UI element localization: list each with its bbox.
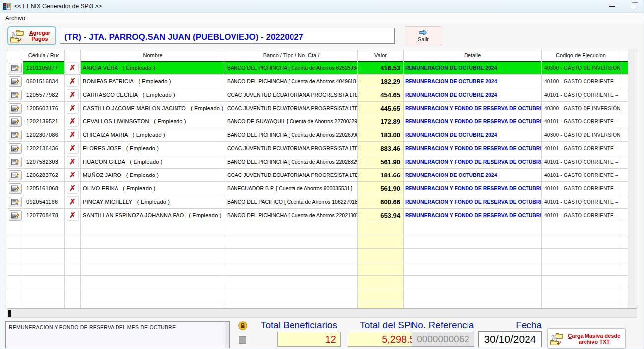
table-row-empty[interactable] xyxy=(7,262,637,276)
table-row[interactable]: 1207708478✗SANTILLAN ESPINOZA JOHANNA PA… xyxy=(7,209,637,222)
app-icon xyxy=(3,2,11,11)
delete-row-button[interactable]: ✗ xyxy=(67,62,79,73)
cedula-cell xyxy=(23,302,65,309)
delete-row-button[interactable]: ✗ xyxy=(67,76,79,87)
nombre-cell xyxy=(81,289,225,302)
table-row[interactable]: 0601516834✗BONIFAS PATRICIA ( Empleado )… xyxy=(7,75,637,88)
detalle-cell: REMUNERACION Y FONDO DE RESERVA DE OCTUB… xyxy=(404,155,542,169)
status-square xyxy=(239,336,246,344)
bulk-load-folders-icon xyxy=(550,332,564,346)
delete-cell xyxy=(65,235,81,249)
edit-row-button[interactable] xyxy=(9,170,22,180)
edit-row-button[interactable] xyxy=(9,90,22,100)
edit-cell xyxy=(7,276,23,289)
carga-masiva-button[interactable]: Carga Masiva desde archivo TXT xyxy=(547,328,626,349)
detalle-cell xyxy=(404,289,542,302)
cedula-cell: 1205577982 xyxy=(23,88,65,102)
delete-row-button[interactable]: ✗ xyxy=(67,143,79,154)
delete-cell: ✗ xyxy=(65,182,81,195)
edit-row-button[interactable] xyxy=(9,63,22,73)
observacion-memo[interactable]: REMUNERACION Y FONDO DE RESERVA DEL MES … xyxy=(5,321,230,348)
agregar-pagos-button[interactable]: Agregar Pagos xyxy=(7,26,56,45)
table-row[interactable]: 0920541166✗PINCAY MICHELLY ( Empleado )B… xyxy=(7,195,637,209)
table-row[interactable]: 1205577982✗CARRASCO CECILIA ( Empleado )… xyxy=(7,88,637,102)
cedula-cell xyxy=(23,276,65,289)
valor-cell: 416.53 xyxy=(358,61,404,75)
codigo-cell: 40101 - GASTO CORRIENTE – SUELDOS xyxy=(542,115,620,128)
table-row-empty[interactable] xyxy=(7,302,637,309)
table-row[interactable]: 1205603176✗CASTILLO JACOME MARLON JACINT… xyxy=(7,102,637,115)
vertical-scrollbar[interactable] xyxy=(628,49,637,308)
observacion-scrollbar[interactable] xyxy=(225,322,229,348)
delete-row-button[interactable]: ✗ xyxy=(67,210,79,221)
referencia-value: 0000000062 xyxy=(412,332,474,347)
detalle-cell xyxy=(404,235,542,249)
edit-row-button[interactable] xyxy=(9,116,22,127)
delete-row-button[interactable]: ✗ xyxy=(67,196,79,207)
table-row[interactable]: 1206283762✗MUÑOZ JAIRO ( Empleado )COAC … xyxy=(7,169,637,182)
nombre-cell: CASTILLO JACOME MARLON JACINTO ( Emplead… xyxy=(81,102,225,115)
delete-row-button[interactable]: ✗ xyxy=(67,183,79,194)
codigo-cell: 40300 - GASTO DE INVERSIÓN xyxy=(542,102,620,115)
nombre-cell: HUACON GILDA ( Empleado ) xyxy=(81,155,225,169)
table-row[interactable]: 1202136436✗FLORES JOSE ( Empleado )COAC … xyxy=(7,142,637,155)
horizontal-scrollbar[interactable] xyxy=(7,309,637,318)
detalle-cell xyxy=(404,302,542,309)
valor-cell xyxy=(358,222,404,235)
referencia-label: No. Referencia xyxy=(410,320,475,331)
edit-row-button[interactable] xyxy=(9,76,22,87)
cedula-cell: 0601516834 xyxy=(23,75,65,88)
delete-row-button[interactable]: ✗ xyxy=(67,116,79,127)
menu-archivo[interactable]: Archivo xyxy=(1,14,29,23)
edit-row-button[interactable] xyxy=(9,143,22,154)
table-row[interactable]: 1202139521✗CEVALLOS LIWINSGTON ( Emplead… xyxy=(7,115,637,128)
salir-label: Salir xyxy=(418,36,429,42)
delete-row-button[interactable]: ✗ xyxy=(67,103,79,114)
nombre-cell xyxy=(81,249,225,262)
nombre-cell: ANICIA VERA ( Empleado ) xyxy=(81,61,225,75)
salir-button[interactable]: Salir xyxy=(405,26,442,45)
header-banco: Banco / Tipo / No. Cta / xyxy=(225,49,358,61)
detalle-cell xyxy=(404,276,542,289)
table-row[interactable]: 1201105077✗ANICIA VERA ( Empleado )BANCO… xyxy=(7,61,637,75)
detalle-cell: REMUNERACION Y FONDO DE RESERVA DE OCTUB… xyxy=(404,182,542,195)
delete-row-button[interactable]: ✗ xyxy=(67,89,79,100)
table-row-empty[interactable] xyxy=(7,249,637,262)
maximize-button[interactable] xyxy=(625,1,642,11)
exit-arrow-icon xyxy=(418,29,428,36)
edit-row-button[interactable] xyxy=(9,210,22,221)
edit-row-button[interactable] xyxy=(9,130,22,140)
delete-row-button[interactable]: ✗ xyxy=(67,170,79,180)
table-row[interactable]: 1202307086✗CHICAIZA MARIA ( Empleado )BA… xyxy=(7,128,637,142)
add-payments-folders-icon xyxy=(10,28,24,43)
entity-title-field[interactable] xyxy=(60,28,395,44)
edit-row-button[interactable] xyxy=(9,103,22,114)
edit-row-button[interactable] xyxy=(9,157,22,167)
banco-cell: BANCO DEL PICHINCHA [ Cuenta de Ahorros … xyxy=(225,155,358,169)
edit-row-button[interactable] xyxy=(9,197,22,207)
delete-cell xyxy=(65,222,81,235)
table-row-empty[interactable] xyxy=(7,289,637,302)
fecha-field[interactable] xyxy=(478,331,542,347)
title-bar: << FENIX Generador de SPi3 >> xyxy=(0,0,644,13)
table-row-empty[interactable] xyxy=(7,276,637,289)
banco-cell xyxy=(225,235,358,249)
edit-cell xyxy=(7,61,23,75)
h-scrollbar-thumb[interactable] xyxy=(8,310,11,317)
minimize-button[interactable] xyxy=(604,1,621,11)
table-row-empty[interactable] xyxy=(7,235,637,249)
nombre-cell xyxy=(81,276,225,289)
banco-cell: COAC JUVENTUD ECUATORIANA PROGRESISTA LT… xyxy=(225,88,358,102)
codigo-cell: 40100 - GASTO CORRIENTE xyxy=(542,75,620,88)
valor-cell: 183.00 xyxy=(358,128,404,142)
edit-icon xyxy=(11,64,20,72)
table-row[interactable]: 1207582303✗HUACON GILDA ( Empleado )BANC… xyxy=(7,155,637,169)
table-row[interactable]: 1205161068✗OLIVO ERIKA ( Empleado )BANEC… xyxy=(7,182,637,195)
delete-row-button[interactable]: ✗ xyxy=(67,129,79,140)
edit-row-button[interactable] xyxy=(9,183,22,194)
banco-cell: COAC JUVENTUD ECUATORIANA PROGRESISTA LT… xyxy=(225,102,358,115)
edit-cell xyxy=(7,209,23,222)
delete-row-button[interactable]: ✗ xyxy=(67,156,79,167)
edit-icon xyxy=(11,105,20,112)
table-row-empty[interactable] xyxy=(7,222,637,235)
